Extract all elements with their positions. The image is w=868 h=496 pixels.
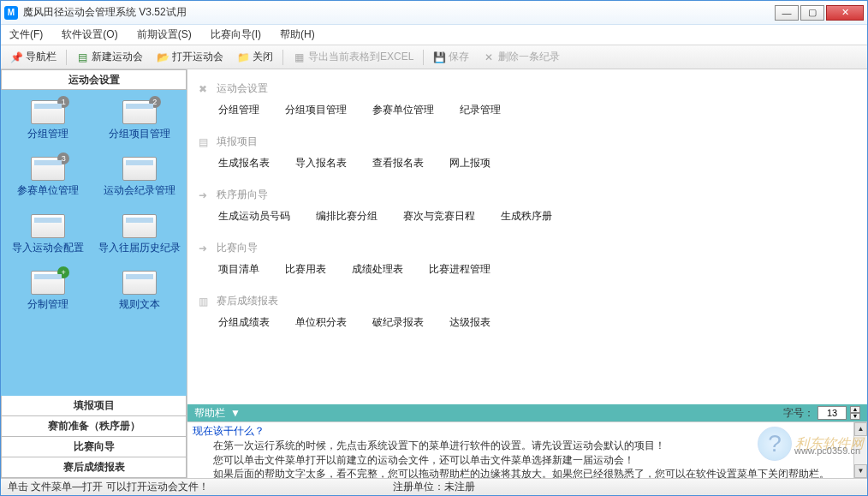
menu-software-settings[interactable]: 软件设置(O) [58, 26, 121, 44]
arrow-icon: ➜ [196, 242, 210, 255]
sidebar-item-7[interactable]: 规则文本 [96, 266, 184, 315]
status-reg-value: 未注册 [444, 481, 475, 493]
link-3-2[interactable]: 成绩处理表 [352, 262, 403, 277]
helpbar-title: 帮助栏 [194, 406, 225, 421]
sidebar-section-1[interactable]: 赛前准备（秩序册） [1, 416, 187, 437]
section-title: 秩序册向导 [217, 188, 268, 202]
sidebar-item-label: 分组项目管理 [109, 128, 170, 140]
font-size-input[interactable] [817, 406, 847, 420]
maximize-button[interactable]: ▢ [800, 5, 824, 21]
section-title: 比赛向导 [217, 241, 258, 255]
menu-pre-settings[interactable]: 前期设置(S) [134, 26, 195, 44]
menu-file[interactable]: 文件(F) [6, 26, 46, 44]
collapse-icon[interactable]: ▼ [230, 407, 241, 419]
sidebar-item-label: 导入运动会配置 [12, 242, 84, 254]
sidebar-item-label: 分组管理 [27, 128, 68, 140]
section-head-1: ▤填报项目 [196, 134, 859, 149]
sidebar-section-3[interactable]: 赛后成绩报表 [1, 457, 187, 478]
link-4-2[interactable]: 破纪录报表 [372, 315, 424, 330]
app-icon: M [4, 6, 18, 20]
section-head-0: ✖运动会设置 [196, 81, 859, 96]
link-0-1[interactable]: 分组项目管理 [285, 103, 347, 117]
link-4-0[interactable]: 分组成绩表 [218, 315, 270, 330]
toolbar-new-games[interactable]: ▤ 新建运动会 [70, 47, 149, 67]
help-question: 现在该干什么？ [193, 424, 862, 439]
sidebar-item-2[interactable]: 3参赛单位管理 [4, 152, 92, 201]
link-4-3[interactable]: 达级报表 [449, 315, 490, 330]
table-icon [122, 157, 157, 181]
toolbar-open-label: 打开运动会 [172, 50, 223, 64]
status-left: 单击 文件菜单—打开 可以打开运动会文件！ [8, 480, 209, 494]
badge: 2 [149, 96, 161, 108]
export-icon: ▦ [293, 51, 305, 63]
sidebar-header-settings[interactable]: 运动会设置 [1, 69, 187, 90]
new-doc-icon: ▤ [76, 51, 88, 63]
sidebar-item-5[interactable]: 导入往届历史纪录 [96, 209, 184, 259]
arrow-icon: ➜ [196, 188, 210, 202]
section-title: 填报项目 [217, 134, 258, 149]
sidebar-item-label: 导入往届历史纪录 [98, 242, 181, 254]
link-2-3[interactable]: 生成秩序册 [501, 209, 552, 224]
sidebar-item-label: 分制管理 [27, 298, 68, 310]
toolbar-delete-record[interactable]: ✕ 删除一条纪录 [477, 47, 566, 67]
sidebar-section-2[interactable]: 比赛向导 [1, 437, 187, 457]
window-title: 魔风田径运动会管理系统 V3.52试用 [23, 5, 775, 20]
sidebar-section-0[interactable]: 填报项目 [1, 396, 187, 416]
sidebar-item-6[interactable]: +分制管理 [4, 266, 92, 315]
font-size-up[interactable]: ▲ [850, 406, 860, 413]
font-size-down[interactable]: ▼ [850, 413, 860, 420]
table-icon [122, 214, 157, 238]
toolbar-nav[interactable]: 📌 导航栏 [4, 47, 62, 67]
link-3-1[interactable]: 比赛用表 [285, 262, 326, 277]
toolbar-save[interactable]: 💾 保存 [427, 47, 475, 67]
badge: + [57, 266, 69, 278]
badge: 3 [57, 152, 69, 164]
table-icon: 2 [122, 100, 157, 124]
sidebar-item-label: 运动会纪录管理 [104, 184, 175, 196]
menu-help[interactable]: 帮助(H) [276, 26, 318, 44]
help-line-1: 在第一次运行系统的时候，先点击系统设置下的菜单进行软件的设置。请先设置运动会默认… [213, 439, 862, 453]
toolbar-save-label: 保存 [449, 50, 469, 64]
link-2-1[interactable]: 编排比赛分组 [316, 209, 378, 224]
link-0-2[interactable]: 参赛单位管理 [372, 103, 434, 117]
table-icon [31, 214, 65, 238]
sidebar-item-label: 规则文本 [119, 298, 160, 310]
toolbar-delete-label: 删除一条纪录 [498, 50, 560, 64]
toolbar-close[interactable]: 📁 关闭 [231, 47, 279, 67]
help-line-3: 如果后面的帮助文字太多，看不完整，您可以拖动帮助栏的边缘将其放大。如果您已经很熟… [213, 467, 862, 478]
pin-icon: 📌 [10, 51, 22, 63]
sidebar-item-0[interactable]: 1分组管理 [4, 95, 92, 145]
form-icon: ▤ [196, 135, 210, 149]
link-4-1[interactable]: 单位积分表 [295, 315, 347, 330]
toolbar-nav-label: 导航栏 [26, 50, 56, 64]
link-1-2[interactable]: 查看报名表 [372, 156, 424, 170]
link-3-3[interactable]: 比赛进程管理 [429, 262, 490, 277]
table-icon [122, 271, 157, 295]
link-0-3[interactable]: 纪录管理 [460, 103, 501, 117]
link-3-0[interactable]: 项目清单 [218, 262, 259, 277]
minimize-button[interactable]: — [775, 5, 799, 21]
sidebar-item-4[interactable]: 导入运动会配置 [4, 209, 92, 259]
menu-competition-wizard[interactable]: 比赛向导(I) [207, 26, 265, 44]
scroll-up-icon[interactable]: ▲ [854, 422, 867, 436]
sidebar-item-3[interactable]: 运动会纪录管理 [96, 152, 184, 201]
scroll-down-icon[interactable]: ▼ [854, 464, 867, 478]
toolbar-new-label: 新建运动会 [92, 50, 143, 64]
help-scrollbar[interactable]: ▲ ▼ [853, 422, 867, 478]
separator [282, 50, 283, 65]
link-1-3[interactable]: 网上报项 [449, 156, 490, 170]
sidebar-item-1[interactable]: 2分组项目管理 [96, 95, 184, 145]
separator [66, 50, 67, 65]
toolbar-export-excel[interactable]: ▦ 导出当前表格到EXCEL [287, 47, 419, 67]
separator [423, 50, 424, 65]
sidebar-item-label: 参赛单位管理 [17, 184, 79, 196]
link-1-0[interactable]: 生成报名表 [218, 156, 270, 170]
close-button[interactable]: ✕ [826, 5, 864, 21]
link-1-1[interactable]: 导入报名表 [295, 156, 347, 170]
link-2-0[interactable]: 生成运动员号码 [218, 209, 290, 224]
link-2-2[interactable]: 赛次与竞赛日程 [403, 209, 475, 224]
link-0-0[interactable]: 分组管理 [218, 103, 259, 117]
table-icon: 1 [31, 100, 65, 124]
folder-icon: 📁 [237, 51, 249, 63]
toolbar-open-games[interactable]: 📂 打开运动会 [151, 47, 229, 67]
